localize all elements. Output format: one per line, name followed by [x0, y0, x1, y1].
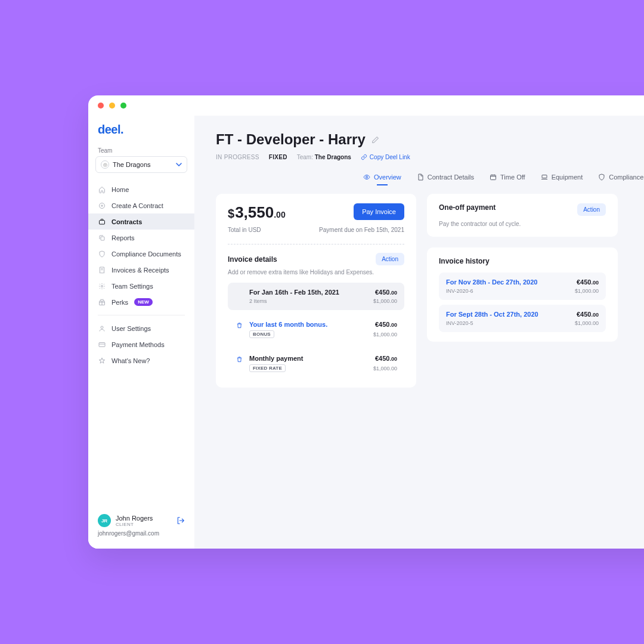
tab-label: Compliance Documents	[609, 174, 644, 181]
avatar: JR	[98, 514, 111, 527]
contract-status: IN PROGRESS	[216, 154, 259, 160]
total-label: Total in USD	[228, 227, 261, 233]
new-badge: NEW	[134, 298, 153, 306]
chevron-down-icon	[176, 162, 182, 168]
sidebar-item-label: Home	[112, 186, 129, 193]
svg-point-3	[101, 285, 103, 287]
window-close-icon[interactable]	[98, 103, 104, 109]
sidebar-item-label: Payment Methods	[112, 341, 165, 348]
history-item-title[interactable]: For Nov 28th - Dec 27th, 2020	[446, 278, 537, 286]
trash-icon[interactable]	[235, 355, 243, 363]
invoice-item-title: Monthly payment	[249, 355, 303, 362]
oneoff-action-button[interactable]: Action	[577, 203, 606, 216]
team-selector[interactable]: ◎ The Dragons	[95, 156, 187, 173]
gear-icon	[98, 282, 106, 290]
invoice-item-pill: FIXED RATE	[249, 364, 286, 372]
user-name: John Rogers	[116, 515, 153, 522]
svg-rect-6	[99, 342, 105, 346]
invoice-details-action-button[interactable]: Action	[376, 253, 404, 265]
tab-time-off[interactable]: Time Off	[490, 174, 525, 185]
invoice-total-amount: $3,550.00	[228, 203, 286, 222]
window-zoom-icon[interactable]	[120, 103, 126, 109]
sidebar-item-home[interactable]: Home	[88, 181, 194, 197]
divider	[228, 244, 404, 244]
invoice-items: For Jan 16th - Feb 15th, 2021€450.002 It…	[228, 283, 404, 378]
payment-due-label: Payment due on Feb 15th, 2021	[319, 227, 404, 233]
contract-rate-type: FIXED	[269, 154, 287, 160]
sidebar-item-label: Reports	[112, 234, 135, 242]
history-title: Invoice history	[439, 257, 606, 265]
page-title: FT - Developer - Harry	[216, 131, 366, 148]
logout-icon[interactable]	[177, 516, 185, 525]
svg-point-7	[366, 177, 367, 178]
eye-icon	[363, 174, 370, 181]
copy-link[interactable]: Copy Deel Link	[361, 154, 410, 160]
team-selector-value: The Dragons	[113, 161, 172, 168]
doc-icon	[417, 174, 424, 181]
invoice-item-sub-amount: $1,000.00	[373, 298, 397, 304]
history-item-sub-amount: $1,000.00	[575, 288, 599, 294]
sidebar-item-label: User Settings	[112, 325, 151, 332]
spacer	[235, 289, 243, 290]
invoice-item-pill: BONUS	[249, 330, 274, 338]
sidebar: deel. Team ◎ The Dragons HomeCreate A Co…	[88, 116, 194, 549]
sidebar-item-create-a-contract[interactable]: Create A Contract	[88, 197, 194, 213]
svg-rect-1	[99, 220, 104, 224]
history-item-amount: €450.00	[577, 311, 599, 318]
laptop-icon	[541, 174, 548, 181]
user-email: johnrogers@gmail.com	[98, 530, 185, 537]
pay-invoice-button[interactable]: Pay Invoice	[354, 203, 404, 220]
history-item-sub: INV-2020-6	[446, 288, 473, 294]
tab-label: Time Off	[500, 174, 525, 181]
history-item-title[interactable]: For Sept 28th - Oct 27th, 2020	[446, 311, 538, 318]
sidebar-item-label: Compliance Documents	[112, 250, 181, 258]
sidebar-item-reports[interactable]: Reports	[88, 230, 194, 246]
sidebar-item-compliance-documents[interactable]: Compliance Documents	[88, 246, 194, 262]
sidebar-item-payment-methods[interactable]: Payment Methods	[88, 336, 194, 352]
svg-rect-2	[101, 237, 104, 240]
contract-meta: IN PROGRESS FIXED Team: The Dragons Copy…	[216, 154, 644, 160]
tab-equipment[interactable]: Equipment	[541, 174, 583, 185]
sidebar-item-label: Contracts	[112, 218, 142, 225]
invoice-item-amount: €450.00	[375, 321, 397, 328]
sidebar-item-team-settings[interactable]: Team Settings	[88, 278, 194, 294]
nav-secondary: User SettingsPayment MethodsWhat's New?	[88, 320, 194, 369]
tab-compliance-documents[interactable]: Compliance Documents	[598, 174, 644, 185]
invoice-item-amount: €450.00	[375, 289, 397, 296]
edit-icon[interactable]	[371, 136, 379, 144]
invoice-item[interactable]: For Jan 16th - Feb 15th, 2021€450.002 It…	[228, 283, 404, 310]
history-item-sub: INV-2020-5	[446, 320, 473, 326]
invoice-item[interactable]: Monthly payment€450.00FIXED RATE$1,000.0…	[228, 349, 404, 378]
plus-circle-icon	[98, 202, 106, 209]
sidebar-item-user-settings[interactable]: User Settings	[88, 320, 194, 336]
invoice-item-sub: 2 Items	[249, 298, 267, 304]
window-titlebar	[88, 95, 644, 116]
sidebar-item-what-s-new-[interactable]: What's New?	[88, 352, 194, 369]
history-card: Invoice history For Nov 28th - Dec 27th,…	[427, 247, 618, 342]
history-item[interactable]: For Sept 28th - Oct 27th, 2020€450.00INV…	[439, 305, 606, 332]
star-icon	[98, 357, 106, 364]
sidebar-item-invoices-receipts[interactable]: Invoices & Receipts	[88, 262, 194, 278]
tab-contract-details[interactable]: Contract Details	[417, 174, 474, 185]
team-avatar-icon: ◎	[101, 160, 109, 169]
user-block: JR John Rogers CLIENT johnrogers@gmail.c…	[88, 509, 194, 541]
trash-icon[interactable]	[235, 321, 243, 329]
invoice-item-sub-amount: $1,000.00	[373, 366, 397, 371]
invoice-item-title[interactable]: Your last 6 month bonus.	[249, 321, 327, 328]
window-minimize-icon[interactable]	[109, 103, 115, 109]
history-item[interactable]: For Nov 28th - Dec 27th, 2020€450.00INV-…	[439, 273, 606, 300]
nav-divider	[98, 315, 185, 315]
briefcase-icon	[98, 218, 106, 225]
app-window: deel. Team ◎ The Dragons HomeCreate A Co…	[88, 95, 644, 549]
invoice-item[interactable]: Your last 6 month bonus.€450.00BONUS$1,0…	[228, 315, 404, 344]
calendar-icon	[490, 174, 497, 181]
sidebar-item-label: Perks	[112, 299, 128, 306]
sidebar-item-perks[interactable]: PerksNEW	[88, 294, 194, 310]
tab-overview[interactable]: Overview	[363, 174, 401, 185]
user-icon	[98, 324, 106, 332]
brand-logo: deel.	[88, 120, 194, 147]
contract-team: Team: The Dragons	[297, 154, 351, 160]
copy-icon	[98, 234, 106, 242]
svg-rect-9	[542, 175, 547, 178]
sidebar-item-contracts[interactable]: Contracts	[88, 213, 194, 230]
